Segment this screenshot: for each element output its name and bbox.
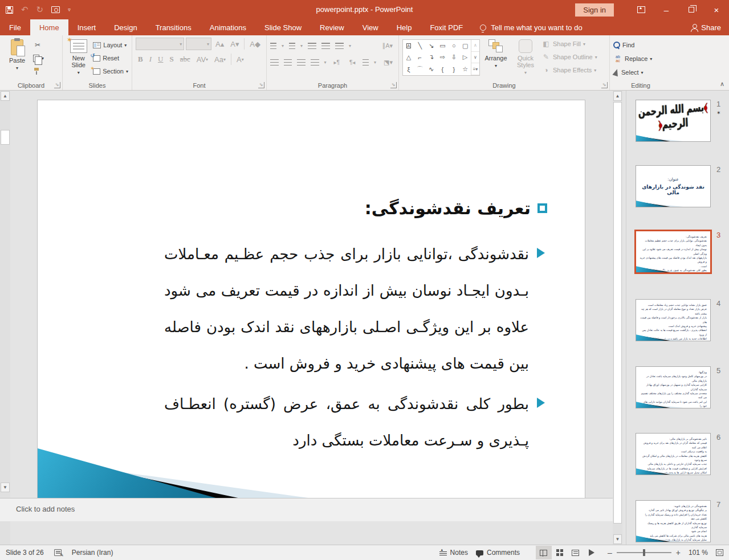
shapes-scroll-down-icon[interactable]: ∨ [471, 52, 479, 64]
panel-scrollbar-thumb[interactable] [613, 102, 622, 524]
language-indicator[interactable]: Persian (Iran) [72, 549, 113, 557]
section-button[interactable]: Section▾ [93, 66, 128, 76]
shape-triangle-icon[interactable]: △ [406, 54, 411, 61]
numbering-icon[interactable] [289, 43, 295, 49]
tab-file[interactable]: File [0, 19, 30, 35]
strikethrough-button[interactable]: abc [178, 54, 193, 65]
ltr-direction-icon[interactable]: ▸¶ [332, 56, 342, 68]
text-shadow-button[interactable]: S [167, 54, 176, 65]
restore-button[interactable] [679, 0, 704, 19]
paste-button[interactable]: Paste ▾ [3, 38, 31, 80]
shape-flag-icon[interactable]: ▷ [463, 54, 467, 61]
shape-arrow-icon[interactable]: ↘ [429, 42, 434, 50]
shape-rounded-rectangle-icon[interactable]: ▢ [462, 42, 468, 50]
increase-font-size-icon[interactable]: A▴ [213, 38, 226, 50]
align-left-icon[interactable] [297, 59, 306, 66]
shape-elbow-arrow-icon[interactable]: ↴ [429, 54, 434, 61]
font-name-combo[interactable]: ▾ [136, 38, 184, 50]
slide-canvas[interactable]: تعریف نقدشوندگی: نقدشوندگی ،توانایی بازا… [37, 100, 585, 510]
zoom-slider-thumb[interactable] [643, 549, 645, 556]
zoom-percentage[interactable]: 101 % [689, 549, 708, 557]
shapes-gallery[interactable]: A ╲ ↘ ▭ ○ ▢ △ ⌐ ↴ ⇨ ⇩ ▷ ξ ⌒ ∿ { } [402, 39, 480, 76]
thumbnail-slide-1[interactable]: ﴾بسم الله الرحمن الرحیم﴿ [636, 100, 711, 142]
panel-scroll-down-icon[interactable]: ▼ [613, 534, 622, 544]
comments-toggle-button[interactable]: Comments [476, 549, 520, 557]
arrange-button[interactable]: Arrange ▾ [482, 38, 510, 80]
underline-button[interactable]: U [156, 54, 165, 65]
tab-slide-show[interactable]: Slide Show [255, 19, 311, 35]
layout-button[interactable]: Layout▾ [93, 40, 128, 50]
shape-arc-icon[interactable]: ⌒ [417, 65, 423, 73]
clear-formatting-icon[interactable]: A◆ [247, 38, 263, 50]
slide-title[interactable]: تعریف نقدشوندگی: [365, 198, 547, 218]
decrease-indent-icon[interactable] [308, 43, 316, 49]
editor-vertical-scrollbar[interactable]: ▲ ▼ ⏶⏶ ⏷⏷ [0, 91, 10, 545]
change-case-button[interactable]: Aa▾ [212, 54, 228, 65]
font-size-combo[interactable]: ▾ [186, 38, 211, 50]
quick-styles-button[interactable]: Quick Styles ▾ [512, 38, 539, 80]
align-right-icon[interactable] [270, 59, 279, 66]
minimize-button[interactable]: – [654, 0, 679, 19]
shape-effects-button[interactable]: ◑Shape Effects▾ [541, 65, 597, 75]
bullets-icon[interactable] [270, 43, 276, 49]
format-painter-button[interactable] [33, 66, 44, 76]
select-button[interactable]: Select▾ [613, 67, 652, 77]
slide-sorter-view-button[interactable] [552, 546, 568, 559]
shape-down-arrow-icon[interactable]: ⇩ [451, 54, 457, 61]
copy-button[interactable]: ▾ [33, 53, 44, 63]
shape-fill-button[interactable]: ◧Shape Fill▾ [541, 39, 597, 49]
notes-pane[interactable]: Click to add notes [0, 498, 613, 521]
decrease-font-size-icon[interactable]: A▾ [228, 38, 241, 50]
tab-view[interactable]: View [353, 19, 388, 35]
shape-elbow-connector-icon[interactable]: ⌐ [418, 54, 422, 61]
close-button[interactable]: × [704, 0, 729, 19]
tab-home[interactable]: Home [30, 19, 68, 35]
thumbnail-slide-5[interactable]: ویژگیها: در بورسهای کامل وجود بازارهای س… [636, 366, 711, 408]
zoom-slider[interactable] [617, 552, 671, 553]
tab-foxit-pdf[interactable]: Foxit PDF [421, 19, 472, 35]
zoom-out-icon[interactable]: – [608, 548, 612, 557]
shapes-scroll-up-icon[interactable]: ∧ [471, 40, 479, 52]
scrollbar-thumb[interactable] [1, 130, 10, 145]
ribbon-display-options-button[interactable] [629, 0, 654, 19]
zoom-in-icon[interactable]: + [676, 548, 681, 557]
tell-me-box[interactable]: Tell me what you want to do [480, 19, 582, 35]
replace-button[interactable]: abacReplace▾ [613, 54, 652, 64]
paste-dropdown-caret[interactable]: ▾ [16, 66, 18, 71]
normal-view-button[interactable] [536, 546, 552, 559]
clipboard-dialog-launcher-icon[interactable]: ⇘ [54, 82, 60, 88]
center-icon[interactable] [284, 59, 292, 66]
cut-button[interactable]: ✂ [33, 40, 44, 50]
panel-scroll-up-icon[interactable]: ▲ [613, 91, 622, 101]
italic-button[interactable]: I [147, 54, 154, 65]
shape-line-icon[interactable]: ╲ [418, 42, 422, 50]
rtl-direction-icon[interactable]: ¶◂ [347, 56, 357, 68]
paragraph-dialog-launcher-icon[interactable]: ⇘ [390, 82, 397, 88]
share-button[interactable]: Share [691, 19, 721, 35]
tab-insert[interactable]: Insert [68, 19, 105, 35]
shape-outline-button[interactable]: ✎Shape Outline▾ [541, 52, 597, 62]
shape-rectangle-icon[interactable]: ▭ [439, 42, 445, 50]
font-color-button[interactable]: A▾ [234, 54, 246, 65]
shape-star-icon[interactable]: ☆ [462, 66, 468, 73]
scroll-up-icon[interactable]: ▲ [1, 91, 10, 101]
thumbnail-slide-6[interactable]: تاثیر نقدشوندگی بر بازارهای مالی: قیمتی … [636, 433, 711, 475]
reading-view-button[interactable] [568, 546, 584, 559]
panel-scrollbar[interactable]: ▲ ▼ [613, 91, 622, 545]
new-slide-button[interactable]: New Slide ▾ [66, 38, 91, 80]
bold-button[interactable]: B [136, 54, 145, 65]
columns-icon[interactable] [363, 59, 369, 66]
tab-animations[interactable]: Animations [201, 19, 255, 35]
shape-curve-icon[interactable]: ∿ [429, 66, 434, 73]
thumbnail-slide-4[interactable]: عمق بازار نشانه توانایی جذب حجم زیاد معا… [636, 299, 711, 341]
slide-number-indicator[interactable]: Slide 3 of 26 [6, 549, 44, 557]
thumbnail-slide-3-selected[interactable]: تعریف نقدشوندگی: نقدشوندگی ،توانایی بازا… [634, 230, 712, 274]
text-direction-icon[interactable]: ∥A▾ [380, 40, 395, 51]
shape-left-brace-icon[interactable]: { [442, 66, 444, 73]
tab-design[interactable]: Design [105, 19, 146, 35]
shape-text-box-icon[interactable]: A [406, 43, 412, 48]
convert-smartart-icon[interactable]: ⬔▾ [381, 56, 395, 68]
font-dialog-launcher-icon[interactable]: ⇘ [258, 82, 264, 88]
scroll-down-icon[interactable]: ▼ [1, 483, 10, 492]
notes-toggle-button[interactable]: Notes [439, 549, 468, 557]
